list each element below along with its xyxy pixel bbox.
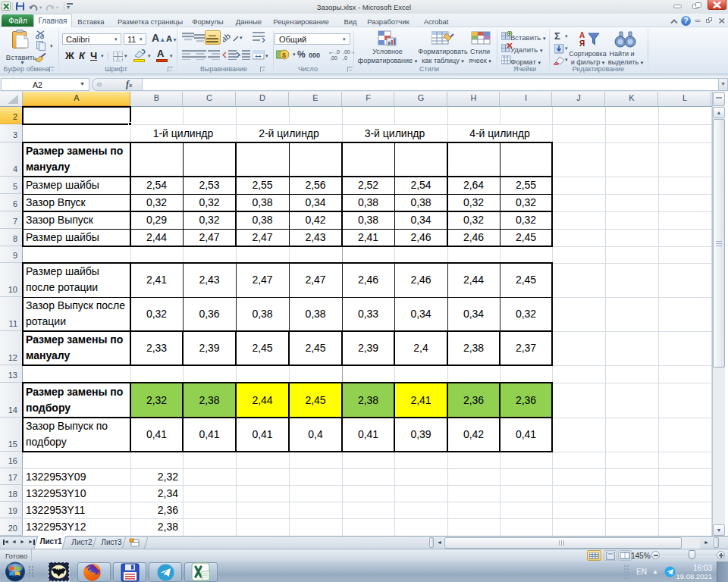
svg-text:←.0: ←.0 (330, 49, 340, 55)
svg-text:ab: ab (223, 32, 232, 44)
svg-text:А: А (579, 31, 585, 39)
svg-text:$: $ (282, 52, 286, 59)
svg-text:Я: Я (579, 39, 585, 48)
svg-text:,0: ,0 (343, 55, 347, 61)
svg-text:,00: ,00 (330, 55, 337, 61)
